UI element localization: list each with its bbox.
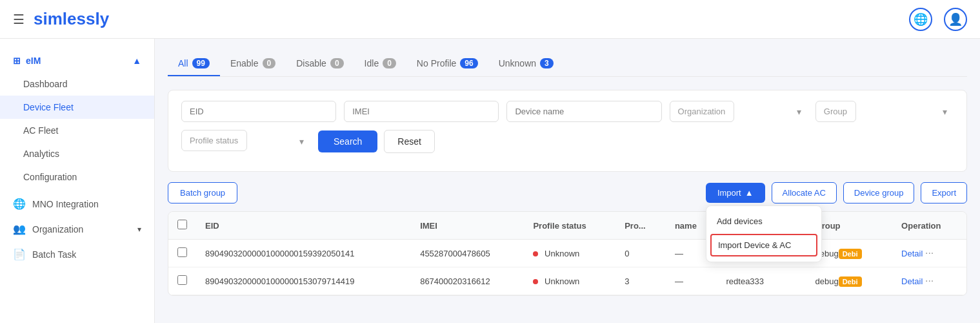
batch-group-button[interactable]: Batch group (168, 182, 237, 203)
sidebar-item-ac-fleet[interactable]: AC Fleet (0, 119, 154, 142)
col-profile-status: Profile status (524, 212, 615, 240)
row-name-1: — (666, 267, 717, 295)
tab-no-profile-label: No Profile (417, 58, 456, 68)
device-table-container: EID IMEI Profile status Pro... name Orga… (168, 211, 967, 296)
layout: ⊞ eIM ▲ Dashboard Device Fleet AC Fleet … (0, 39, 980, 323)
detail-link-0[interactable]: Detail (901, 249, 923, 258)
tab-disable-label: Disable (296, 58, 326, 68)
sidebar-item-configuration[interactable]: Configuration (0, 165, 154, 189)
header: ☰ simlessly 🌐 👤 (0, 0, 980, 39)
tab-unknown-label: Unknown (499, 58, 536, 68)
export-button[interactable]: Export (921, 182, 967, 203)
globe-icon[interactable]: 🌐 (909, 8, 932, 31)
col-imei: IMEI (411, 212, 524, 240)
col-checkbox (168, 212, 196, 240)
row-organization-1: redtea333 (717, 267, 806, 295)
sidebar-item-batch-task[interactable]: 📄 Batch Task (0, 242, 154, 267)
import-dropdown-container: Import ▲ Add devices Import Device & AC (706, 183, 765, 203)
import-label: Import (717, 188, 741, 198)
main-content: All 99 Enable 0 Disable 0 Idle 0 No Prof… (155, 39, 980, 323)
tab-enable[interactable]: Enable 0 (220, 52, 286, 76)
profile-status-text-1: Unknown (545, 276, 579, 286)
group-select-wrapper: Group (815, 101, 954, 122)
sidebar-section-eim: ⊞ eIM ▲ Dashboard Device Fleet AC Fleet … (0, 49, 154, 189)
filter-row-1: Organization Group (181, 101, 954, 122)
row-imei-0: 455287000478605 (411, 240, 524, 267)
filter-actions: Search Reset (318, 130, 435, 153)
tab-disable-badge: 0 (330, 58, 344, 68)
tab-no-profile[interactable]: No Profile 96 (406, 52, 488, 76)
filter-row-2: Profile status Search Reset (181, 130, 954, 153)
sidebar-item-mno-integration[interactable]: 🌐 MNO Integration (0, 191, 154, 216)
import-dropdown-menu: Add devices Import Device & AC (706, 205, 822, 262)
sidebar-item-device-fleet[interactable]: Device Fleet (0, 96, 154, 119)
col-pro: Pro... (615, 212, 666, 240)
imei-input[interactable] (344, 101, 499, 122)
tabs-bar: All 99 Enable 0 Disable 0 Idle 0 No Prof… (168, 52, 967, 77)
sidebar-section-header-eim[interactable]: ⊞ eIM ▲ (0, 49, 154, 72)
organization-icon: 👥 (13, 223, 26, 235)
header-left: ☰ simlessly (13, 9, 909, 29)
eid-input[interactable] (181, 101, 336, 122)
col-eid: EID (196, 212, 411, 240)
sidebar-item-analytics[interactable]: Analytics (0, 142, 154, 165)
select-all-checkbox[interactable] (177, 220, 187, 229)
detail-link-1[interactable]: Detail (901, 276, 923, 286)
row-eid-1: 89049032000001000000153079714419 (196, 267, 411, 295)
sidebar-item-batch-task-label: Batch Task (32, 249, 76, 260)
sidebar-item-organization[interactable]: 👥 Organization ▾ (0, 216, 154, 242)
tab-enable-label: Enable (230, 58, 259, 68)
hamburger-icon[interactable]: ☰ (13, 12, 25, 27)
sidebar-item-dashboard[interactable]: Dashboard (0, 72, 154, 96)
row-pro-0: 0 (615, 240, 666, 267)
sidebar-section-label: eIM (26, 56, 41, 66)
device-group-button[interactable]: Device group (843, 182, 915, 203)
row-checkbox-cell (168, 267, 196, 295)
tab-all[interactable]: All 99 (168, 52, 220, 76)
add-devices-menu-item[interactable]: Add devices (706, 210, 821, 233)
table-body: 89049032000001000000159392050141 4552870… (168, 240, 966, 295)
row-eid-0: 89049032000001000000159392050141 (196, 240, 411, 267)
row-operation-0: Detail ··· (892, 240, 966, 267)
table-header-row: EID IMEI Profile status Pro... name Orga… (168, 212, 966, 240)
row-more-menu-1[interactable]: ··· (925, 275, 934, 286)
mno-globe-icon: 🌐 (13, 198, 26, 210)
chevron-down-icon: ▾ (137, 225, 141, 234)
group-select[interactable]: Group (815, 101, 856, 122)
eim-grid-icon: ⊞ (13, 56, 21, 66)
user-icon[interactable]: 👤 (944, 8, 967, 31)
tab-all-badge: 99 (192, 58, 210, 68)
row-group-1: debugDebi (806, 267, 893, 295)
row-operation-1: Detail ··· (892, 267, 966, 295)
table-row: 89049032000001000000153079714419 8674000… (168, 267, 966, 295)
table-toolbar: Batch group Import ▲ Add devices Import … (168, 182, 967, 203)
row-checkbox-0[interactable] (177, 247, 187, 257)
organization-select[interactable]: Organization (670, 101, 734, 122)
search-button[interactable]: Search (318, 130, 377, 152)
batch-task-icon: 📄 (13, 248, 26, 260)
header-right: 🌐 👤 (909, 8, 967, 31)
sidebar: ⊞ eIM ▲ Dashboard Device Fleet AC Fleet … (0, 39, 155, 323)
profile-status-text-0: Unknown (545, 249, 579, 258)
tab-unknown-badge: 3 (540, 58, 554, 68)
import-device-ac-menu-item[interactable]: Import Device & AC (710, 234, 817, 256)
row-pro-1: 3 (615, 267, 666, 295)
row-profile-status-0: Unknown (524, 240, 615, 267)
organization-select-wrapper: Organization (670, 101, 808, 122)
status-dot-1 (533, 279, 538, 284)
table-row: 89049032000001000000159392050141 4552870… (168, 240, 966, 267)
tab-unknown[interactable]: Unknown 3 (488, 52, 564, 76)
tab-idle-badge: 0 (383, 58, 396, 68)
row-imei-1: 867400020316612 (411, 267, 524, 295)
tab-disable[interactable]: Disable 0 (286, 52, 354, 76)
import-button[interactable]: Import ▲ (706, 183, 765, 203)
reset-button[interactable]: Reset (384, 130, 435, 153)
profile-status-select[interactable]: Profile status (181, 130, 247, 151)
row-more-menu-0[interactable]: ··· (925, 247, 934, 258)
device-name-input[interactable] (506, 101, 661, 122)
status-dot-0 (533, 251, 538, 256)
row-checkbox-1[interactable] (177, 275, 187, 285)
tab-idle[interactable]: Idle 0 (354, 52, 406, 76)
group-badge-1: Debi (839, 276, 862, 287)
allocate-ac-button[interactable]: Allocate AC (772, 182, 837, 203)
